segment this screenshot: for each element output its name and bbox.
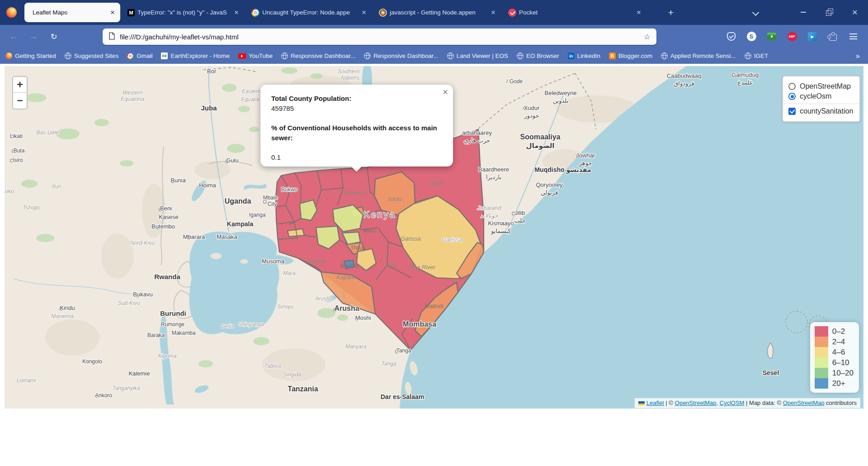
- base-layer-option[interactable]: OpenStreetMap: [788, 82, 854, 90]
- session-extension-icon[interactable]: S: [746, 32, 756, 42]
- layer-label: cycleOsm: [800, 92, 831, 100]
- extensions-puzzle-icon[interactable]: [828, 32, 838, 42]
- bookmark-item[interactable]: YouTube: [238, 52, 273, 59]
- browser-tab[interactable]: Uncaught TypeError: Node.appe×: [246, 3, 372, 22]
- map-label: Beni: [160, 205, 172, 212]
- list-all-tabs-chevron-icon[interactable]: [753, 10, 759, 15]
- tab-close-button[interactable]: ×: [233, 8, 240, 17]
- legend-swatch: [815, 337, 828, 347]
- tab-title: Pocket: [519, 9, 633, 16]
- layers-control: OpenStreetMapcycleOsmcountySanitation: [782, 76, 860, 122]
- new-tab-button[interactable]: +: [664, 5, 678, 20]
- url-bar[interactable]: file:///D:/gachuhi/my-leaflet-vs/map.htm…: [103, 29, 656, 45]
- window-restore-button[interactable]: [820, 5, 839, 19]
- legend-swatch: [815, 368, 828, 378]
- bookmark-item[interactable]: EO Browser: [517, 52, 559, 59]
- bookmark-item[interactable]: Responsive Dashboar...: [281, 52, 355, 59]
- zoom-in-button[interactable]: +: [13, 77, 27, 93]
- zoom-out-button[interactable]: −: [13, 93, 27, 109]
- bookmark-item[interactable]: inLinkedIn: [568, 52, 600, 59]
- popup-close-button[interactable]: ×: [443, 87, 448, 97]
- google-favicon: [251, 9, 259, 17]
- browser-titlebar: Leaflet Maps×MTypeError: "x" is (not) "y…: [0, 0, 868, 25]
- bookmark-item[interactable]: Applied Remote Sensi...: [661, 52, 736, 59]
- bookmark-item[interactable]: BBlogger.com: [609, 52, 652, 59]
- map-label: Kasese: [159, 214, 178, 220]
- bookmark-item[interactable]: IGET: [745, 52, 769, 59]
- layers-separator: [783, 104, 859, 104]
- download-extension-icon[interactable]: ▼: [767, 32, 777, 42]
- tab-close-button[interactable]: ×: [490, 8, 496, 17]
- url-text[interactable]: file:///D:/gachuhi/my-leaflet-vs/map.htm…: [120, 33, 644, 41]
- map-label: Tanga: [396, 347, 411, 354]
- tab-strip: Leaflet Maps×MTypeError: "x" is (not) "y…: [24, 3, 646, 22]
- legend-swatch: [815, 347, 828, 357]
- legend-label: 10–20: [832, 369, 854, 378]
- flame-icon: [5, 52, 12, 59]
- share-extension-icon[interactable]: ▶: [807, 32, 817, 42]
- map-label: Baraka: [147, 332, 165, 338]
- map-label: Ankoro: [95, 392, 112, 399]
- map-label: Kindu: [60, 304, 75, 311]
- globe-icon: [65, 52, 71, 59]
- tab-close-button[interactable]: ×: [361, 8, 367, 17]
- legend-row: 20+: [815, 378, 854, 389]
- bookmarks-overflow-chevron[interactable]: »: [856, 52, 860, 61]
- map-label: Arusha: [315, 295, 332, 302]
- map-label: Tanzania: [288, 385, 318, 393]
- bookmark-label: Responsive Dashboar...: [373, 52, 438, 59]
- base-layer-option[interactable]: cycleOsm: [788, 92, 854, 100]
- map-label: Bor: [207, 68, 217, 75]
- tab-title: javascript - Getting Node.appen: [390, 9, 487, 16]
- map-label: Masaka: [217, 233, 237, 240]
- map-label: Mbale: [263, 195, 278, 201]
- tab-close-button[interactable]: ×: [109, 8, 116, 17]
- browser-tab[interactable]: javascript - Getting Node.appen×: [373, 3, 501, 22]
- map-label: Narok: [310, 258, 326, 265]
- leaflet-link[interactable]: Leaflet: [646, 399, 664, 406]
- bookmark-item[interactable]: EEEarthExplorer - Home: [161, 52, 230, 59]
- bookmark-item[interactable]: Gmail: [127, 52, 152, 59]
- hamburger-menu-icon[interactable]: [848, 32, 858, 42]
- forward-button[interactable]: →: [26, 30, 41, 43]
- reload-button[interactable]: ↻: [47, 30, 61, 43]
- map-label: Malindi: [425, 303, 443, 309]
- osm-data-link[interactable]: OpenStreetMap: [783, 399, 825, 406]
- bookmark-item[interactable]: Getting Started: [5, 52, 56, 59]
- map-label: soko: [5, 188, 14, 195]
- attribution-bar: Leaflet | © OpenStreetMap, CyclOSM | Map…: [635, 398, 860, 408]
- radio-icon[interactable]: [788, 93, 796, 100]
- map-label: Uganda: [225, 197, 251, 205]
- legend-label: 0–2: [832, 327, 845, 336]
- map-canvas[interactable]: SouthernNations,CaabudwaaqقرودواقGalmudu…: [5, 66, 863, 409]
- window-minimize-button[interactable]: [794, 5, 813, 19]
- map-label: Ituri: [52, 183, 61, 190]
- legend-row: 6–10: [815, 357, 854, 368]
- radio-icon[interactable]: [788, 83, 796, 90]
- back-button[interactable]: ←: [6, 30, 21, 43]
- browser-tab[interactable]: MTypeError: "x" is (not) "y" - JavaS×: [122, 3, 244, 22]
- bookmark-item[interactable]: Suggested Sites: [65, 52, 118, 59]
- browser-tab[interactable]: Leaflet Maps×: [24, 3, 120, 22]
- bookmark-item[interactable]: Responsive Dashboar...: [364, 52, 438, 59]
- checkbox-icon[interactable]: [788, 108, 796, 115]
- adblock-plus-icon[interactable]: ABP: [787, 32, 797, 42]
- cyclosm-link[interactable]: CyclOSM: [720, 399, 745, 406]
- bookmark-star-icon[interactable]: ☆: [644, 32, 651, 42]
- bookmark-label: Getting Started: [15, 52, 56, 59]
- overlay-option[interactable]: countySanitation: [788, 107, 854, 115]
- pocket-favicon: [508, 9, 516, 17]
- map-label: Kongolo: [82, 358, 102, 365]
- ukraine-flag-icon: [638, 401, 645, 405]
- globe-icon: [281, 52, 288, 59]
- map-label: Sud-Kivu: [118, 300, 140, 306]
- bookmark-item[interactable]: Land Viewer | EOS: [447, 52, 508, 59]
- browser-tab[interactable]: Pocket×: [503, 3, 646, 22]
- attribution-text: ,: [716, 399, 719, 406]
- tab-close-button[interactable]: ×: [636, 8, 642, 17]
- popup-content: Total County Population: 459785 % of Con…: [260, 85, 453, 171]
- pocket-save-icon[interactable]: [726, 32, 736, 42]
- osm-link[interactable]: OpenStreetMap: [675, 399, 717, 406]
- window-close-button[interactable]: ×: [845, 5, 864, 19]
- globe-icon: [364, 52, 371, 59]
